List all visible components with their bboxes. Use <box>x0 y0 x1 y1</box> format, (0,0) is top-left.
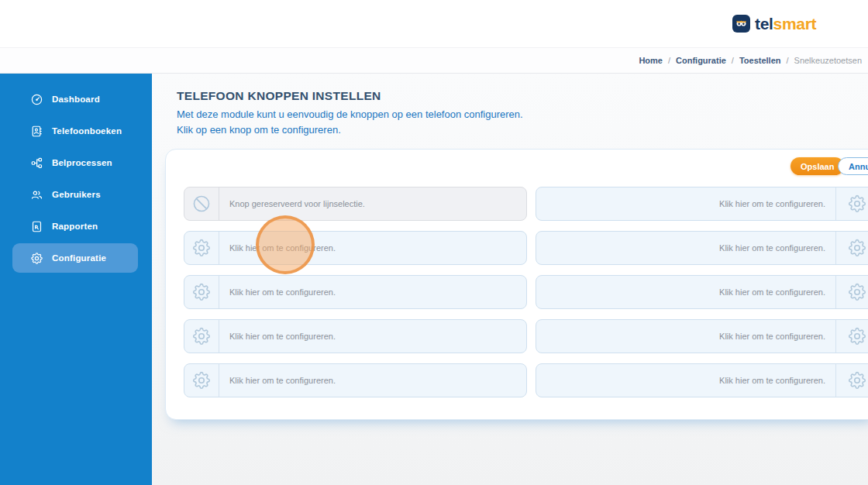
cancel-button[interactable]: Annuleren <box>838 157 868 175</box>
gear-icon <box>184 320 219 353</box>
sidebar-item-label: Belprocessen <box>52 158 112 167</box>
phone-key-label: Knop gereserveerd voor lijnselectie. <box>219 187 526 220</box>
phone-key-row[interactable]: Klik hier om te configureren. <box>184 275 527 309</box>
sidebar-item-label: Dashboard <box>52 95 100 104</box>
gear-icon <box>184 276 219 308</box>
gear-icon <box>835 364 868 397</box>
page-subtitle-line1: Met deze module kunt u eenvoudig de knop… <box>177 107 868 122</box>
button-grid: Knop gereserveerd voor lijnselectie. Kli… <box>184 187 868 397</box>
breadcrumb-home[interactable]: Home <box>639 56 663 65</box>
sidebar-item-rapporten[interactable]: Rapporten <box>12 212 138 241</box>
page-title: TELEFOON KNOPPEN INSTELLEN <box>177 89 868 103</box>
brand-name: telsmart <box>755 15 816 32</box>
sidebar-item-telefoonboeken[interactable]: Telefoonboeken <box>12 116 138 146</box>
phone-key-label: Klik hier om te configureren. <box>219 364 526 397</box>
save-button[interactable]: Opslaan <box>790 157 844 175</box>
phone-key-label: Klik hier om te configureren. <box>219 276 526 308</box>
phone-key-label: Klik hier om te configureren. <box>536 276 835 308</box>
sidebar-item-dashboard[interactable]: Dashboard <box>12 84 138 114</box>
sidebar-item-gebruikers[interactable]: Gebruikers <box>12 180 138 209</box>
breadcrumb-current: Snelkeuzetoetsen <box>794 56 862 65</box>
gear-icon <box>835 276 868 308</box>
app-header: telsmart <box>0 0 868 48</box>
sidebar-item-belprocessen[interactable]: Belprocessen <box>12 148 138 177</box>
phone-key-row[interactable]: Klik hier om te configureren. <box>184 319 527 353</box>
phone-key-row[interactable]: Klik hier om te configureren. <box>536 231 868 265</box>
breadcrumb-separator: / <box>732 56 734 65</box>
users-icon <box>30 188 43 201</box>
sidebar-item-configuratie[interactable]: Configuratie <box>12 243 138 273</box>
sidebar-item-label: Rapporten <box>52 222 98 231</box>
breadcrumb: Home / Configuratie / Toestellen / Snelk… <box>0 48 868 74</box>
breadcrumb-configuratie[interactable]: Configuratie <box>676 56 726 65</box>
callflow-icon <box>30 157 43 170</box>
phone-key-row[interactable]: Klik hier om te configureren. <box>184 231 527 265</box>
page-subtitle-line2: Klik op een knop om te configureren. <box>177 122 868 138</box>
brand-logo[interactable]: telsmart <box>732 15 816 33</box>
breadcrumb-separator: / <box>668 56 670 65</box>
blocked-icon <box>184 187 219 220</box>
phone-key-label: Klik hier om te configureren. <box>536 320 835 353</box>
phone-key-label: Klik hier om te configureren. <box>536 187 835 220</box>
phonebook-icon <box>30 125 43 138</box>
phone-key-label: Klik hier om te configureren. <box>536 232 835 264</box>
sidebar-item-label: Telefoonboeken <box>52 126 122 136</box>
phone-key-row[interactable]: Klik hier om te configureren. <box>536 275 868 309</box>
breadcrumb-toestellen[interactable]: Toestellen <box>739 56 781 65</box>
phone-key-row[interactable]: Klik hier om te configureren. <box>536 187 868 221</box>
phone-key-label: Klik hier om te configureren. <box>219 232 526 264</box>
speedometer-icon <box>30 93 43 106</box>
sidebar-item-label: Gebruikers <box>52 190 101 199</box>
sidebar-item-label: Configuratie <box>52 253 106 263</box>
gear-icon <box>30 252 43 265</box>
breadcrumb-separator: / <box>786 56 788 65</box>
phone-key-label: Klik hier om te configureren. <box>219 320 526 353</box>
gear-icon <box>184 364 219 397</box>
sidebar: Dashboard Telefoonboeken Belprocessen <box>0 74 152 485</box>
phone-key-row[interactable]: Klik hier om te configureren. <box>184 363 527 397</box>
config-card: Opslaan Annuleren Knop gereserveerd voor… <box>165 149 868 420</box>
owl-icon <box>732 15 750 33</box>
phone-key-row-reserved: Knop gereserveerd voor lijnselectie. <box>184 187 527 221</box>
phone-key-row[interactable]: Klik hier om te configureren. <box>536 363 868 397</box>
report-icon <box>30 220 43 233</box>
phone-key-label: Klik hier om te configureren. <box>536 364 835 397</box>
gear-icon <box>835 320 868 353</box>
gear-icon <box>835 187 868 220</box>
gear-icon <box>184 232 219 264</box>
gear-icon <box>835 232 868 264</box>
main-content: TELEFOON KNOPPEN INSTELLEN Met deze modu… <box>152 74 868 485</box>
phone-key-row[interactable]: Klik hier om te configureren. <box>536 319 868 353</box>
